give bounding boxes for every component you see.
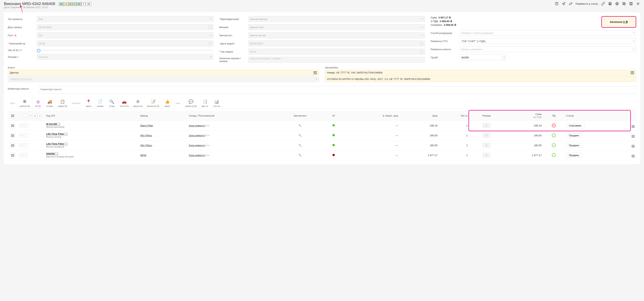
mileage-up[interactable]: ▲ [502,55,506,58]
tab-request[interactable]: 📄заявка [94,98,106,108]
row-edit-button[interactable]: ✎ [19,153,23,157]
tab-map[interactable]: 📍карта [83,98,94,108]
reserve-input[interactable] [482,123,490,128]
date-record-input[interactable]: 06-03-2023 [37,24,213,30]
print-icon[interactable] [608,2,612,6]
client-phone-select[interactable]: +38(012) 121-21-21 [8,76,319,82]
chip-d[interactable]: Д [64,2,68,6]
reserve-input[interactable] [482,133,490,138]
issue-time-input[interactable]: 10:17 [248,49,425,54]
row-status-button[interactable]: Продано [566,133,582,138]
copy-icon[interactable] [622,2,626,6]
row-edit-button[interactable]: ✎ [19,133,23,138]
reserve-input[interactable] [482,153,490,158]
row-right-menu[interactable] [632,145,635,148]
comment-textarea[interactable] [39,86,636,94]
tab-inspection[interactable]: 🔍огляд [106,98,118,108]
copy-icon[interactable] [65,133,67,136]
tab-posts[interactable]: 🚗пости (1) [118,98,131,108]
row-menu-button[interactable] [10,143,15,148]
add-button[interactable]: + [19,114,23,118]
star-button[interactable]: ★ [38,114,42,118]
row-status-button[interactable]: Скасовано [566,123,584,128]
chevron-right-icon[interactable]: » [18,56,19,58]
responsible-select[interactable]: Іванов Максим [248,16,425,22]
pay-method-select[interactable]: Виберіть спосіб розрахунку [460,30,636,36]
warehouse-link[interactable]: Зона ремонту [189,134,205,137]
row-right-menu[interactable] [632,135,635,138]
barcode-button[interactable]: ▮ [33,114,37,118]
mechanic-select[interactable]: Іванов Гена [248,24,425,30]
client-req-select[interactable]: Вкажіть реквізити [460,46,636,52]
row-edit-button[interactable]: ✎ [19,143,23,148]
change-status-link[interactable]: Перевести у статус [576,2,598,5]
row-edit-button[interactable]: ✎ [19,123,23,128]
balance-value[interactable]: 0 ₴ [623,20,628,24]
transfer-icon[interactable] [568,2,573,6]
part-code[interactable]: Life-Time Filter [46,132,64,135]
chip-zz[interactable]: ЗЗ [76,2,82,6]
row-menu-button[interactable] [10,123,15,128]
reserve-input[interactable] [482,143,490,148]
tab-works[interactable]: 🛠роботи (6) [18,98,32,108]
booked-for-input[interactable]: 10:30 [37,40,213,46]
row-right-menu[interactable] [632,125,635,128]
brand-link[interactable]: MPM [140,154,146,157]
row-action-button[interactable]: ⛶ [24,153,28,157]
warehouse-link[interactable]: Зона ремонту [189,124,205,127]
brand-link[interactable]: Mann-Filter [140,124,153,127]
partsman-select[interactable]: Іванов Артем [248,32,425,38]
help-icon[interactable] [554,2,559,6]
chip-r[interactable]: Р [82,2,86,6]
refresh-icon[interactable]: ↻ [20,49,22,52]
pd-status-icon[interactable]: ✓ [552,153,556,157]
row-right-menu[interactable] [632,155,635,157]
copy-icon[interactable] [56,153,58,155]
toolbar-btn-2[interactable]: ⛶ [24,114,28,118]
tab-tasks[interactable]: 📋задачі (0) [56,98,70,108]
row-status-button[interactable]: Продано [566,153,582,158]
markup-input[interactable]: Загальна націнка / знижка [248,57,425,63]
header-menu-button[interactable] [10,113,15,118]
mileage-down[interactable]: ▼ [502,58,506,60]
tab-review[interactable]: 👍відгук [162,98,173,108]
copy-icon[interactable] [58,123,60,126]
chip-k[interactable]: К [68,2,72,6]
car-menu-icon[interactable] [630,71,634,74]
pd-status-icon[interactable]: ✕ [552,124,556,128]
tab-history[interactable]: 🚚історія [44,98,56,108]
tab-stats[interactable]: 📊стат-ка [211,98,222,108]
mileage-input[interactable] [460,54,502,60]
link-icon[interactable] [601,2,605,6]
time-slider[interactable] [37,50,213,50]
row-action-button[interactable]: ⛶ [24,123,28,128]
chip-u[interactable]: У [72,2,76,6]
sto-req-select[interactable]: ТОВ "СОФТ" (з ПДВ) [460,38,636,44]
part-code[interactable]: 05005E [46,152,55,155]
pd-status-icon[interactable]: ✓ [552,143,556,147]
row-menu-button[interactable] [10,153,15,158]
chip-ov[interactable]: ОВ [86,2,91,6]
client-menu-icon[interactable] [314,71,317,74]
save-icon[interactable] [629,2,633,6]
tab-comments[interactable]: 💬комен-рі (0) [183,98,199,108]
send-icon[interactable] [562,2,566,6]
row-action-button[interactable]: ⛶ [24,143,28,148]
pd-status-icon[interactable]: ✓ [552,134,556,137]
row-status-button[interactable]: Продано [566,143,582,148]
chip-zk[interactable]: ЗК [59,2,64,6]
location-select[interactable]: Локація [37,54,213,60]
tab-parts[interactable]: ◎з/ч (5) [32,98,44,108]
part-code[interactable]: W 811/80 [46,122,57,126]
tab-docs[interactable]: 📑док-ти [199,98,211,108]
brand-link[interactable]: Wix Filters [140,144,152,147]
close-icon[interactable] [636,2,640,6]
post-select[interactable]: №1 [37,32,213,38]
vin-button[interactable]: VIN [28,114,32,118]
part-code[interactable]: Life-Time Filter [46,142,64,145]
row-menu-button[interactable] [10,133,15,138]
money-icon[interactable] [615,2,619,6]
tab-recom[interactable]: 📝реком-ції (0) [145,98,162,108]
warehouse-link[interactable]: Зона ремонту [189,144,205,147]
repair-type-select[interactable]: А/м [37,16,213,22]
